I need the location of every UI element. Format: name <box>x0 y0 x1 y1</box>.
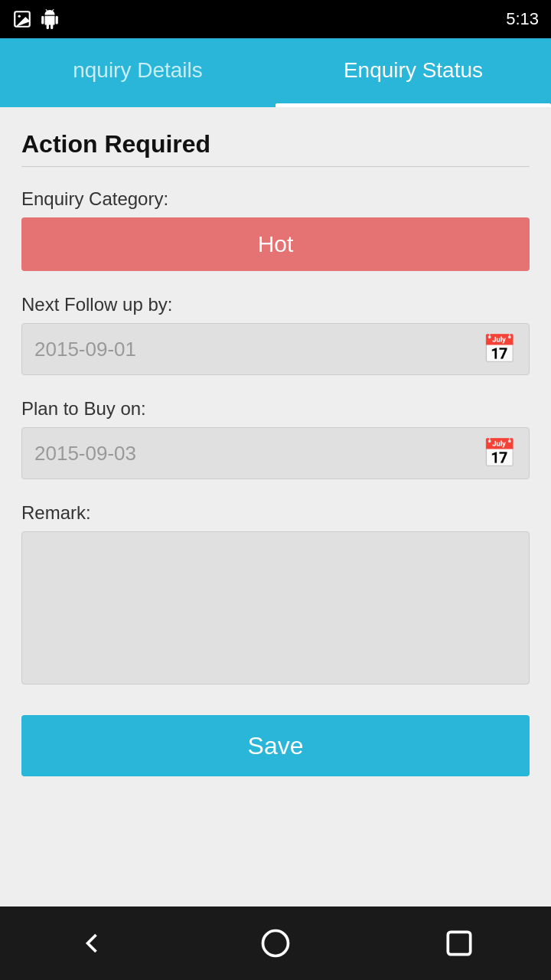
plan-to-buy-label: Plan to Buy on: <box>21 398 530 420</box>
status-bar: 5:13 <box>0 0 551 38</box>
svg-rect-3 <box>448 932 470 954</box>
home-button[interactable] <box>249 916 302 970</box>
status-bar-right: 5:13 <box>506 9 539 29</box>
plan-to-buy-date-field[interactable]: 2015-09-03 📅 <box>21 427 530 479</box>
plan-to-buy-calendar-icon: 📅 <box>482 437 517 469</box>
remark-textarea[interactable] <box>21 531 530 684</box>
status-bar-left-icons <box>12 9 60 29</box>
plan-to-buy-date-value: 2015-09-03 <box>34 442 136 466</box>
enquiry-category-button[interactable]: Hot <box>21 217 530 271</box>
tab-enquiry-status[interactable]: Enquiry Status <box>276 38 551 107</box>
enquiry-category-label: Enquiry Category: <box>21 188 530 210</box>
image-icon <box>12 9 32 29</box>
top-navigation: nquiry Details Enquiry Status <box>0 38 551 107</box>
svg-point-1 <box>18 15 21 18</box>
save-button[interactable]: Save <box>21 715 530 776</box>
svg-point-2 <box>263 931 289 956</box>
next-followup-date-field[interactable]: 2015-09-01 📅 <box>21 323 530 375</box>
recents-button[interactable] <box>432 916 486 970</box>
next-followup-date-value: 2015-09-01 <box>34 338 136 361</box>
tab-enquiry-details[interactable]: nquiry Details <box>0 38 276 107</box>
remark-label: Remark: <box>21 502 530 524</box>
main-content: Action Required Enquiry Category: Hot Ne… <box>0 107 551 906</box>
back-button[interactable] <box>65 916 119 970</box>
android-icon <box>40 9 60 29</box>
next-followup-calendar-icon: 📅 <box>482 333 517 365</box>
section-title: Action Required <box>21 130 530 158</box>
section-divider <box>21 166 530 167</box>
bottom-navigation <box>0 906 551 980</box>
next-followup-label: Next Follow up by: <box>21 294 530 315</box>
time-display: 5:13 <box>506 9 539 29</box>
